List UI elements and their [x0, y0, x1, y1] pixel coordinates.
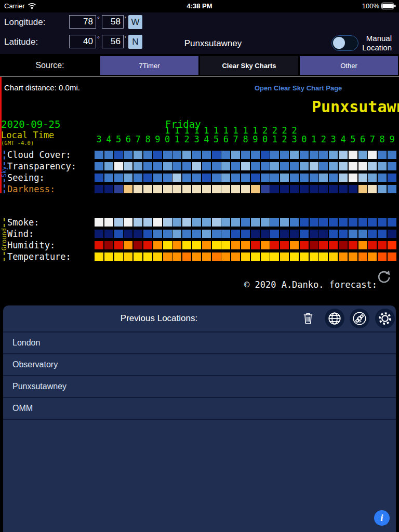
chart-cell [241, 218, 250, 227]
chart-cell [270, 162, 279, 170]
refresh-icon[interactable] [376, 269, 392, 285]
chart-cell [261, 174, 270, 182]
chart-distance-text: Chart distance: 0.0mi. [4, 83, 80, 92]
hour-ones-label: 5 [214, 135, 219, 143]
longitude-direction-button[interactable]: W [128, 15, 142, 29]
hour-ones-label: 7 [233, 135, 238, 143]
chart-cell [329, 151, 338, 159]
chart-cell [95, 218, 103, 227]
chart-title: Punxsutawney [312, 98, 399, 116]
source-option-7timer[interactable]: 7Timer [100, 56, 198, 75]
chart-cell [241, 185, 250, 193]
chart-cell [231, 241, 240, 249]
chart-cell [182, 218, 191, 227]
location-list-item-punxsutawney[interactable]: Punxsutawney [3, 376, 396, 398]
chart-cell [280, 230, 289, 238]
manual-location-toggle[interactable] [331, 35, 358, 51]
sky-axis-text: Sky [1, 165, 8, 179]
chart-cell [212, 252, 221, 261]
chart-cell [310, 241, 318, 249]
chart-cell [270, 185, 279, 193]
chart-cell [329, 241, 338, 249]
chart-cell [290, 230, 299, 238]
chart-cell [143, 230, 152, 238]
trash-icon[interactable] [302, 312, 315, 325]
chart-cell [368, 230, 377, 238]
chart-cell [290, 162, 299, 170]
chart-cell [143, 174, 152, 182]
chart-cell [378, 218, 387, 227]
chart-cell [192, 230, 201, 238]
chart-cell [212, 151, 221, 159]
chart-timezone-label: (GMT -4.0) [1, 140, 34, 146]
location-list-item-observatory[interactable]: Observatory [3, 354, 396, 376]
chart-cell [221, 218, 230, 227]
source-option-other[interactable]: Other [300, 56, 398, 75]
chart-cell [388, 185, 396, 193]
chart-cell [310, 162, 318, 170]
chart-cell [124, 151, 132, 159]
chart-cell [202, 241, 211, 249]
chart-cell [153, 185, 162, 193]
location-header: Longitude: ° ' W Latitude: ° ' N Punxsut… [0, 12, 399, 54]
chart-cell [202, 252, 211, 261]
chart-cell [329, 252, 338, 261]
longitude-degrees-input[interactable] [69, 15, 96, 29]
hour-tens-label: 1 [194, 126, 199, 135]
latitude-degrees-input[interactable] [69, 35, 96, 48]
chart-cell [95, 174, 103, 182]
chart-cell [300, 162, 309, 170]
chart-cell [153, 218, 162, 227]
chart-cell [388, 151, 396, 159]
chart-cell [251, 230, 260, 238]
chart-cell [280, 241, 289, 249]
chart-cell [182, 151, 191, 159]
chart-cell [221, 151, 230, 159]
chart-cell [192, 174, 201, 182]
chart-cell [192, 252, 201, 261]
chart-cell [163, 252, 172, 261]
open-chart-page-link[interactable]: Open Clear Sky Chart Page [255, 84, 342, 92]
chart-row-label: Seeing: [7, 172, 45, 183]
chart-cell [280, 162, 289, 170]
chart-cell [280, 174, 289, 182]
satellite-icon[interactable] [350, 309, 369, 328]
hour-ones-label: 0 [165, 135, 170, 143]
chart-cell [221, 252, 230, 261]
chart-cell [104, 252, 113, 261]
chart-cell [251, 162, 260, 170]
chart-cell [339, 218, 348, 227]
chart-cell [300, 230, 309, 238]
chart-cell [104, 174, 113, 182]
longitude-degree-symbol: ° [97, 16, 100, 23]
hour-tens-label: 1 [175, 126, 180, 135]
location-list-item-london[interactable]: London [3, 332, 396, 354]
chart-cell [182, 241, 191, 249]
longitude-minutes-input[interactable] [102, 15, 124, 29]
gear-icon[interactable] [375, 309, 395, 328]
chart-cell [339, 185, 348, 193]
chart-cell [143, 162, 152, 170]
chart-cell [310, 185, 318, 193]
chart-cell [368, 185, 377, 193]
hour-ones-label: 9 [155, 135, 160, 143]
chart-cell [192, 241, 201, 249]
location-list-item-omm[interactable]: OMM [3, 398, 396, 420]
location-title: Punxsutawney [156, 38, 270, 49]
hour-tens-label: 1 [214, 126, 219, 135]
chart-cell [378, 185, 387, 193]
hour-ones-label: 2 [282, 135, 287, 143]
chart-cell [202, 230, 211, 238]
chart-cell [329, 162, 338, 170]
longitude-minute-symbol: ' [125, 16, 126, 23]
source-selector: Source: 7Timer Clear Sky Charts Other [0, 54, 399, 77]
latitude-direction-button[interactable]: N [128, 35, 142, 49]
chart-cell [104, 185, 113, 193]
globe-icon[interactable] [325, 309, 344, 328]
source-option-clear-sky-charts[interactable]: Clear Sky Charts [200, 56, 298, 75]
latitude-minutes-input[interactable] [102, 35, 124, 48]
chart-cell [290, 185, 299, 193]
chart-cell [300, 252, 309, 261]
chart-row-label: Transparency: [7, 161, 76, 171]
info-icon[interactable]: i [374, 510, 390, 526]
